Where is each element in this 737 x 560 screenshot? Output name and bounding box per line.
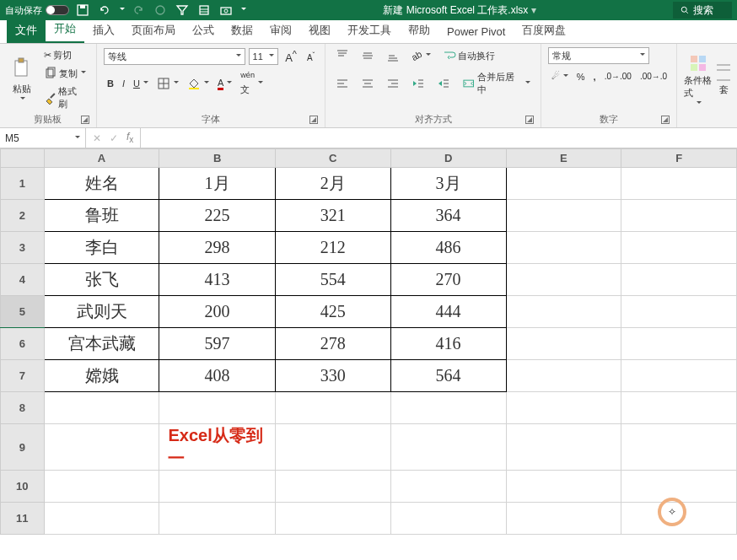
column-header[interactable]: B — [159, 149, 275, 168]
column-header[interactable]: F — [621, 149, 737, 168]
cell[interactable]: 298 — [159, 232, 275, 264]
column-header[interactable]: C — [275, 149, 390, 168]
borders-button[interactable] — [153, 75, 182, 92]
cell[interactable]: 564 — [390, 360, 506, 392]
cell[interactable] — [275, 424, 390, 471]
paste-button[interactable]: 粘贴 — [7, 47, 37, 112]
cell[interactable]: 486 — [390, 232, 506, 264]
cell[interactable]: 武则天 — [44, 296, 159, 328]
dialog-launcher-icon[interactable] — [525, 116, 534, 124]
number-format-combo[interactable]: 常规 — [548, 47, 649, 64]
cell[interactable]: 321 — [275, 200, 390, 232]
underline-button[interactable]: U — [130, 77, 152, 90]
cell[interactable] — [506, 360, 621, 392]
cell[interactable]: 225 — [159, 200, 275, 232]
cell[interactable] — [159, 471, 275, 503]
align-bottom-button[interactable] — [383, 47, 403, 64]
tab-power-pivot[interactable]: Power Pivot — [438, 20, 514, 43]
tab-page-layout[interactable]: 页面布局 — [123, 18, 184, 43]
row-header[interactable]: 6 — [1, 328, 45, 360]
column-header[interactable]: D — [390, 149, 506, 168]
decrease-decimal-button[interactable]: .00→.0 — [637, 69, 670, 83]
cell[interactable] — [621, 471, 737, 503]
format-painter-button[interactable]: 格式刷 — [40, 83, 89, 112]
bold-button[interactable]: B — [104, 77, 117, 90]
font-name-combo[interactable]: 等线 — [104, 48, 245, 65]
align-center-button[interactable] — [358, 69, 378, 98]
cut-button[interactable]: ✂剪切 — [40, 47, 89, 63]
cell[interactable] — [506, 264, 621, 296]
row-header[interactable]: 8 — [1, 392, 45, 424]
column-header[interactable]: A — [44, 149, 159, 168]
cell[interactable] — [506, 296, 621, 328]
tab-data[interactable]: 数据 — [223, 18, 261, 43]
fill-color-button[interactable] — [184, 75, 212, 92]
cell[interactable]: 270 — [390, 264, 506, 296]
row-header[interactable]: 7 — [1, 360, 45, 392]
cell[interactable]: 212 — [275, 232, 390, 264]
cell[interactable]: 200 — [159, 296, 275, 328]
tab-view[interactable]: 视图 — [300, 18, 339, 43]
enter-formula-icon[interactable]: ✓ — [110, 132, 118, 144]
name-box[interactable]: M5 — [0, 128, 86, 148]
cell[interactable] — [621, 328, 737, 360]
cell[interactable]: 2月 — [275, 168, 390, 200]
formula-input[interactable] — [141, 128, 737, 148]
cell[interactable] — [621, 360, 737, 392]
spreadsheet-grid[interactable]: ABCDEF1姓名1月2月3月2鲁班2253213643李白2982124864… — [0, 148, 737, 535]
cell[interactable] — [506, 168, 621, 200]
cell[interactable] — [621, 296, 737, 328]
italic-button[interactable]: I — [119, 77, 128, 90]
decrease-indent-button[interactable] — [408, 69, 428, 98]
cell[interactable]: 597 — [159, 328, 275, 360]
cell[interactable] — [44, 503, 159, 535]
cell[interactable] — [506, 471, 621, 503]
increase-decimal-button[interactable]: .0→.00 — [601, 69, 635, 83]
cell[interactable] — [390, 424, 506, 471]
tab-insert[interactable]: 插入 — [84, 18, 123, 43]
cell[interactable] — [275, 503, 390, 535]
row-header[interactable]: 9 — [1, 424, 45, 471]
row-header[interactable]: 10 — [1, 471, 45, 503]
dialog-launcher-icon[interactable] — [81, 116, 89, 124]
tab-review[interactable]: 审阅 — [261, 18, 300, 43]
row-header[interactable]: 1 — [1, 168, 45, 200]
copy-button[interactable]: 复制 — [40, 65, 89, 82]
orientation-button[interactable]: ab — [408, 47, 433, 64]
cell[interactable] — [621, 264, 737, 296]
row-header[interactable]: 5 — [1, 296, 45, 328]
tab-home[interactable]: 开始 — [46, 16, 84, 43]
tab-formulas[interactable]: 公式 — [184, 18, 223, 43]
font-color-button[interactable]: A — [214, 76, 235, 92]
form-icon[interactable] — [196, 2, 212, 19]
percent-button[interactable]: % — [573, 69, 589, 83]
cell[interactable]: 444 — [390, 296, 506, 328]
autosave-control[interactable]: 自动保存 — [5, 4, 69, 17]
cell[interactable] — [621, 200, 737, 232]
cell[interactable] — [44, 424, 159, 471]
row-header[interactable]: 4 — [1, 264, 45, 296]
conditional-formatting-button[interactable]: 条件格式 — [684, 47, 714, 112]
cell[interactable]: 鲁班 — [44, 200, 159, 232]
cell[interactable]: 姓名 — [44, 168, 159, 200]
column-header[interactable]: E — [506, 149, 621, 168]
cell[interactable] — [506, 424, 621, 471]
cell[interactable] — [506, 232, 621, 264]
dialog-launcher-icon[interactable] — [661, 116, 670, 124]
cell[interactable]: 425 — [275, 296, 390, 328]
cell[interactable]: 张飞 — [44, 264, 159, 296]
comma-style-button[interactable]: , — [590, 69, 600, 83]
cell[interactable]: 278 — [275, 328, 390, 360]
cell[interactable] — [506, 392, 621, 424]
cell[interactable] — [44, 471, 159, 503]
cell[interactable]: 1月 — [159, 168, 275, 200]
align-right-button[interactable] — [383, 69, 403, 98]
row-header[interactable]: 3 — [1, 232, 45, 264]
cell[interactable]: 364 — [390, 200, 506, 232]
cell[interactable]: 408 — [159, 360, 275, 392]
cell[interactable]: 嫦娥 — [44, 360, 159, 392]
camera-icon[interactable] — [218, 2, 234, 19]
format-as-table-button[interactable]: 套 — [717, 47, 730, 112]
cell[interactable] — [275, 392, 390, 424]
qat-customize-icon[interactable] — [241, 8, 246, 13]
